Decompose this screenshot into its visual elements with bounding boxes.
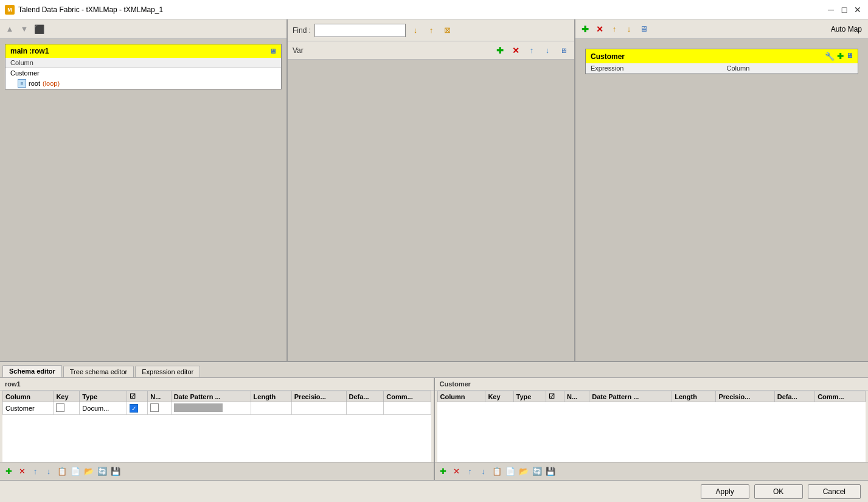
left-row-up-button[interactable]: ↑: [29, 465, 41, 478]
window-controls[interactable]: ─ □ ✕: [825, 4, 863, 15]
left-refresh-button[interactable]: 🔄: [96, 465, 108, 478]
cell-default[interactable]: [346, 402, 384, 415]
tab-bar: Schema editor Tree schema editor Express…: [0, 362, 868, 378]
apply-button[interactable]: Apply: [701, 484, 749, 499]
var-screen-icon: 🖥: [560, 47, 567, 54]
r-col-header-key: Key: [485, 391, 513, 402]
column-col-header: Column: [722, 63, 858, 73]
right-import-button[interactable]: 📂: [518, 465, 530, 478]
col-header-length: Length: [251, 391, 291, 402]
left-del-row-button[interactable]: ✕: [16, 465, 28, 478]
schema-left-header-row: Column Key Type ☑ N... Date Pattern ... …: [3, 391, 431, 402]
nullable-checkbox[interactable]: [150, 403, 159, 412]
r-col-header-column: Column: [437, 391, 485, 402]
left-screen-button[interactable]: ⬛: [33, 23, 45, 35]
left-down-arrow-button[interactable]: ▼: [18, 23, 30, 35]
cell-comment[interactable]: [384, 402, 431, 415]
minimize-button[interactable]: ─: [825, 4, 836, 15]
var-remove-button[interactable]: ✕: [510, 44, 522, 57]
right-del-row-button[interactable]: ✕: [451, 465, 463, 478]
tab-expression-editor[interactable]: Expression editor: [135, 366, 200, 377]
tab-schema-editor[interactable]: Schema editor: [2, 365, 62, 377]
cell-precision[interactable]: [291, 402, 346, 415]
right-down-button[interactable]: ↓: [623, 23, 635, 35]
right-row-down-button[interactable]: ↓: [477, 465, 490, 478]
middle-panel-content: [288, 60, 574, 361]
row-up-icon: ↑: [33, 467, 38, 476]
r-col-header-precision: Precisio...: [716, 391, 774, 402]
find-input[interactable]: [314, 24, 406, 37]
find-up-button[interactable]: ↑: [425, 24, 437, 37]
cell-length[interactable]: [251, 402, 291, 415]
schema-left-grid: Column Key Type ☑ N... Date Pattern ... …: [2, 391, 431, 462]
schema-right-toolbar: ✚ ✕ ↑ ↓ 📋 📄 📂 🔄 💾: [435, 462, 869, 480]
cell-nullable[interactable]: [148, 402, 171, 415]
right-copy-button[interactable]: 📋: [491, 465, 503, 478]
expression-col-header: Expression: [586, 63, 722, 73]
auto-map-label: Auto Map: [831, 25, 862, 33]
r-col-header-check: ☑: [546, 391, 564, 402]
left-save-button[interactable]: 💾: [109, 465, 122, 478]
ok-button[interactable]: OK: [754, 484, 803, 499]
var-add-button[interactable]: ✚: [494, 44, 506, 57]
var-down-button[interactable]: ↓: [541, 44, 554, 57]
var-up-button[interactable]: ↑: [526, 44, 538, 57]
row-down-icon: ↓: [47, 467, 51, 476]
right-remove-icon: ✕: [596, 24, 603, 34]
close-button[interactable]: ✕: [852, 4, 863, 15]
var-add-icon: ✚: [496, 46, 504, 55]
maximize-button[interactable]: □: [839, 4, 850, 15]
customer-row[interactable]: Customer: [5, 68, 281, 78]
footer-bar: Apply OK Cancel: [0, 480, 868, 502]
cell-check[interactable]: ✓: [127, 402, 148, 415]
var-down-icon: ↓: [546, 46, 550, 55]
left-copy-button[interactable]: 📋: [56, 465, 68, 478]
right-screen-button[interactable]: 🖥: [637, 23, 650, 35]
cell-key[interactable]: [54, 402, 80, 415]
left-import-button[interactable]: 📂: [83, 465, 95, 478]
schema-right-section: Customer Column Key Type ☑ N... Date Pat…: [435, 378, 869, 480]
left-paste-button[interactable]: 📄: [69, 465, 82, 478]
key-checkbox[interactable]: [56, 403, 64, 412]
right-refresh-button[interactable]: 🔄: [531, 465, 543, 478]
check-checkbox[interactable]: ✓: [130, 404, 138, 413]
r-add-icon: ✚: [440, 467, 446, 476]
root-row[interactable]: ≡ root (loop): [5, 78, 281, 89]
cell-date-pattern[interactable]: [171, 402, 251, 415]
right-screen-icon: 🖥: [640, 24, 648, 33]
var-up-icon: ↑: [530, 46, 534, 55]
tab-tree-schema-editor[interactable]: Tree schema editor: [63, 366, 134, 377]
var-screen-button[interactable]: 🖥: [557, 44, 569, 57]
title-bar-left: M Talend Data Fabric - tXMLMap - tXMLMap…: [5, 5, 163, 15]
schema-right-table: Column Key Type ☑ N... Date Pattern ... …: [437, 391, 866, 402]
cell-type[interactable]: Docum...: [80, 402, 127, 415]
schema-left-toolbar: ✚ ✕ ↑ ↓ 📋 📄 📂 🔄 💾: [0, 462, 434, 480]
schema-left-table: Column Key Type ☑ N... Date Pattern ... …: [2, 391, 431, 415]
cell-column-name[interactable]: Customer: [3, 402, 54, 415]
find-clear-button[interactable]: ⊠: [441, 24, 453, 37]
right-panel: ✚ ✕ ↑ ↓ 🖥 Auto Map: [575, 19, 868, 361]
table-row[interactable]: Customer Docum... ✓: [3, 402, 431, 415]
right-down-icon: ↓: [627, 24, 631, 33]
find-down-button[interactable]: ↓: [409, 24, 422, 37]
right-paste-button[interactable]: 📄: [504, 465, 516, 478]
right-add-button[interactable]: ✚: [579, 23, 591, 35]
right-up-button[interactable]: ↑: [608, 23, 620, 35]
left-panel-toolbar: ▲ ▼ ⬛: [0, 19, 286, 39]
left-row-down-button[interactable]: ↓: [43, 465, 55, 478]
right-add-row-button[interactable]: ✚: [437, 465, 450, 478]
var-remove-icon: ✕: [512, 46, 519, 55]
cancel-button[interactable]: Cancel: [808, 484, 861, 499]
right-row-up-button[interactable]: ↑: [464, 465, 476, 478]
right-header-screen-icon: 🖥: [846, 52, 853, 61]
schema-editor-content: row1 Column Key Type ☑ N... Date Pattern…: [0, 378, 868, 480]
title-bar: M Talend Data Fabric - tXMLMap - tXMLMap…: [0, 0, 868, 19]
right-remove-button[interactable]: ✕: [594, 23, 606, 35]
import-icon: 📂: [84, 467, 94, 476]
left-up-arrow-button[interactable]: ▲: [4, 23, 16, 35]
left-add-row-button[interactable]: ✚: [2, 465, 15, 478]
find-bar: Find : ↓ ↑ ⊠: [288, 19, 574, 41]
paste-icon: 📄: [71, 467, 80, 476]
right-save-button[interactable]: 💾: [544, 465, 557, 478]
find-clear-icon: ⊠: [444, 26, 451, 35]
